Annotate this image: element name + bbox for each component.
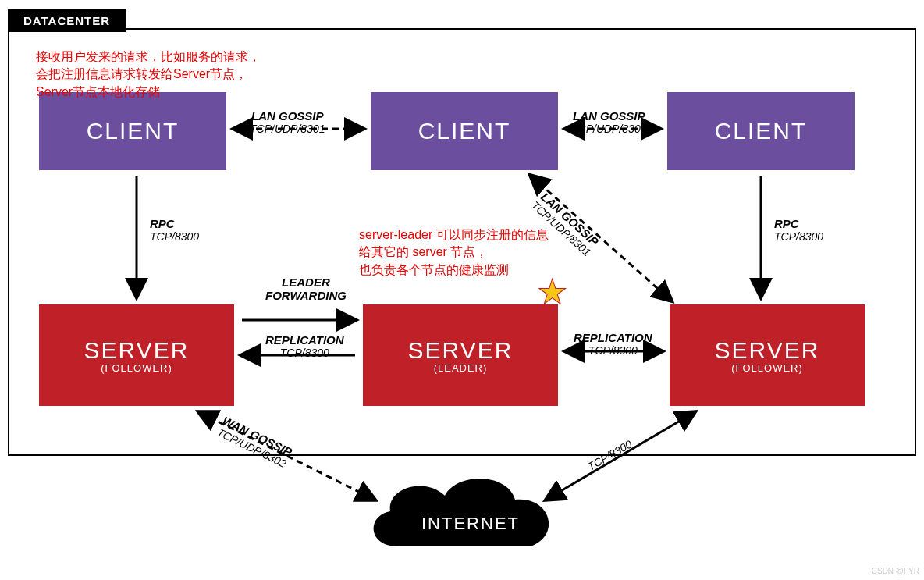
internet-label: INTERNET <box>421 514 520 534</box>
server-follower-left: SERVER (FOLLOWER) <box>39 304 234 406</box>
edge-leader-forwarding: LEADER FORWARDING <box>265 276 346 302</box>
leader-annotation-l3: 也负责各个节点的健康监测 <box>359 262 549 279</box>
client-3-title: CLIENT <box>715 118 808 144</box>
edge-rpc-left: RPC TCP/8300 <box>150 217 199 243</box>
watermark: CSDN @FYR <box>872 567 919 575</box>
edge-lan-gossip-2: LAN GOSSIP TCP/UDP/8301 <box>571 109 646 135</box>
server-3-title: SERVER <box>715 337 820 364</box>
leader-annotation-l1: server-leader 可以同步注册的信息 <box>359 226 549 244</box>
leader-annotation-l2: 给其它的 server 节点， <box>359 244 549 261</box>
server-2-role: (LEADER) <box>434 362 488 374</box>
server-3-role: (FOLLOWER) <box>731 362 803 374</box>
client-node-2: CLIENT <box>371 92 558 170</box>
server-2-title: SERVER <box>408 337 514 364</box>
server-follower-right: SERVER (FOLLOWER) <box>670 304 865 406</box>
client-node-1: CLIENT <box>39 92 226 170</box>
edge-replication-right: REPLICATION TCP/8300 <box>574 331 652 357</box>
client-node-3: CLIENT <box>667 92 855 170</box>
client-1-title: CLIENT <box>87 118 179 144</box>
edge-lan-gossip-1: LAN GOSSIP TCP/UDP/8301 <box>250 109 325 135</box>
client-annotation: 接收用户发来的请求，比如服务的请求， 会把注册信息请求转发给Server节点， … <box>36 48 261 101</box>
client-annotation-l3: Server节点本地化存储 <box>36 84 261 101</box>
client-2-title: CLIENT <box>418 118 511 144</box>
server-leader: SERVER (LEADER) <box>363 304 558 406</box>
server-1-role: (FOLLOWER) <box>101 362 172 374</box>
edge-rpc-right: RPC TCP/8300 <box>774 217 823 243</box>
server-1-title: SERVER <box>84 337 190 364</box>
leader-annotation: server-leader 可以同步注册的信息 给其它的 server 节点， … <box>359 226 549 279</box>
client-annotation-l2: 会把注册信息请求转发给Server节点， <box>36 66 261 83</box>
edge-replication-left: REPLICATION TCP/8300 <box>265 333 344 359</box>
star-icon: ★ <box>537 272 567 311</box>
client-annotation-l1: 接收用户发来的请求，比如服务的请求， <box>36 48 261 66</box>
